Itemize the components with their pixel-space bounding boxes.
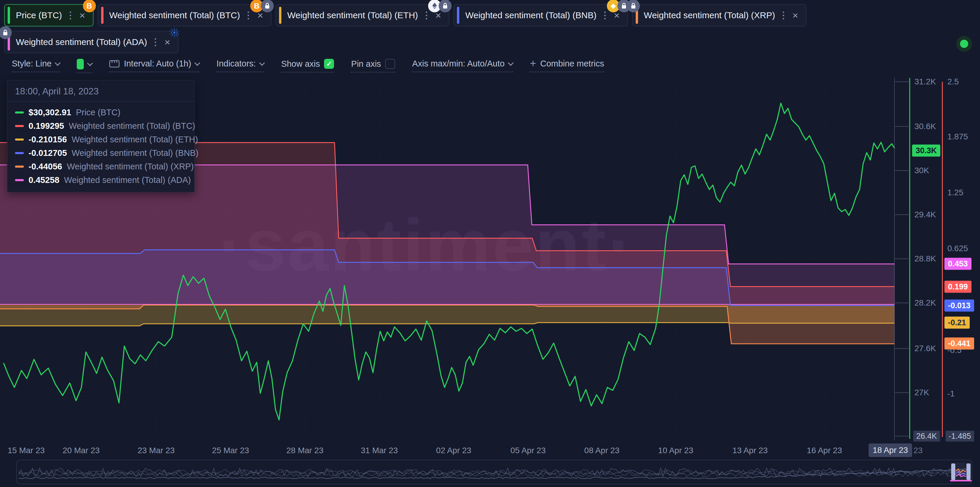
x-axis-tick-label: 10 Apr 23 <box>658 446 693 455</box>
style-selector[interactable]: Style: Line <box>12 59 60 72</box>
series-value-badge: -0.441 <box>944 337 974 350</box>
timeline-navigator[interactable] <box>16 460 972 484</box>
price-axis-label: 28.2K <box>915 298 936 308</box>
series-value: 0.45258 <box>29 175 59 185</box>
tab-menu-icon[interactable] <box>603 10 608 21</box>
tooltip-series-row: $30,302.91Price (BTC) <box>15 108 187 117</box>
series-color-dash <box>15 166 24 168</box>
lock-icon <box>261 0 274 12</box>
tab-weighted-sentiment-total-eth-[interactable]: Weighted sentiment (Total) (ETH)× <box>275 4 449 27</box>
current-price-badge: 30.3K <box>912 145 940 157</box>
chart-tooltip: 18:00, April 18, 2023 $30,302.91Price (B… <box>7 80 195 193</box>
style-label: Style: Line <box>12 59 51 68</box>
pin-axis-toggle[interactable]: Pin axis <box>351 59 395 73</box>
interval-selector[interactable]: Interval: Auto (1h) <box>109 59 199 72</box>
interval-label: Interval: Auto (1h) <box>124 59 191 68</box>
series-label: Weighted sentiment (Total) (ETH) <box>72 135 198 145</box>
price-axis-label: 27K <box>915 388 929 397</box>
x-axis-tick-label: 08 Apr 23 <box>584 446 619 455</box>
tab-menu-icon[interactable] <box>246 10 251 21</box>
series-label: Weighted sentiment (Total) (BTC) <box>69 121 195 131</box>
tab-badges <box>1 26 12 39</box>
show-axis-toggle[interactable]: Show axis ✓ <box>281 59 334 73</box>
santiment-chart-app: ·santiment· Price (BTC)×BWeighted sentim… <box>0 0 980 487</box>
tab-weighted-sentiment-total-xrp-[interactable]: Weighted sentiment (Total) (XRP)× <box>632 4 807 27</box>
status-indicator-icon[interactable] <box>956 36 972 52</box>
tab-menu-icon[interactable] <box>424 10 429 21</box>
x-axis-tick-label: 02 Apr 23 <box>436 446 471 455</box>
series-color-dash <box>15 138 24 140</box>
sentiment-axis-label: 0.625 <box>947 244 968 253</box>
indicators-selector[interactable]: Indicators: <box>216 59 264 72</box>
plus-icon: + <box>530 59 536 68</box>
metric-tab-row-1: Price (BTC)×BWeighted sentiment (Total) … <box>4 4 807 27</box>
price-axis-label: 31.2K <box>915 77 936 86</box>
series-value: 0.199295 <box>29 121 64 131</box>
price-axis-label: 30.6K <box>915 122 936 131</box>
tab-close-icon[interactable]: × <box>792 10 799 20</box>
sentiment-axis-label: 1.25 <box>947 188 964 197</box>
sentiment-axis-label: -1 <box>947 389 955 398</box>
axis-maxmin-selector[interactable]: Axis max/min: Auto/Auto <box>412 59 513 72</box>
color-picker[interactable] <box>77 59 92 73</box>
tooltip-timestamp: 18:00, April 18, 2023 <box>7 80 194 102</box>
chevron-down-icon <box>55 60 61 66</box>
series-value-badge: 0.199 <box>944 281 972 293</box>
tab-weighted-sentiment-total-ada-[interactable]: Weighted sentiment (Total) (ADA)× <box>4 31 178 53</box>
chevron-down-icon <box>508 60 514 66</box>
axis-maxmin-label: Axis max/min: Auto/Auto <box>412 59 504 68</box>
sentiment-axis-label: 1.875 <box>947 132 968 142</box>
show-axis-checkbox[interactable]: ✓ <box>324 59 334 69</box>
series-color-dash <box>15 111 24 113</box>
chevron-down-icon <box>259 60 265 66</box>
series-value-badge: 0.453 <box>944 258 972 270</box>
tab-accent-bar <box>8 7 10 24</box>
tab-label: Weighted sentiment (Total) (BNB) <box>465 10 596 20</box>
price-axis-label: 30K <box>915 166 929 175</box>
chart-toolbar: Style: Line Interval: Auto (1h) Indicato… <box>12 59 604 73</box>
x-axis-tick-label: 20 Mar 23 <box>63 446 100 455</box>
series-label: Weighted sentiment (Total) (XRP) <box>67 162 194 172</box>
navigator-brush[interactable] <box>951 463 970 481</box>
tab-menu-icon[interactable] <box>68 10 73 21</box>
price-axis-label: 27.6K <box>915 344 936 353</box>
sentiment-axis-min-label: -1.485 <box>946 431 974 442</box>
series-color-dash <box>15 179 24 181</box>
x-axis-tick-label: 23 Mar 23 <box>138 446 175 455</box>
tab-close-icon[interactable]: × <box>79 10 86 20</box>
series-value: $30,302.91 <box>29 108 71 117</box>
bitcoin-icon: B <box>83 0 96 12</box>
series-value: -0.012705 <box>29 148 67 158</box>
pin-axis-checkbox[interactable] <box>385 59 395 69</box>
tab-label: Weighted sentiment (Total) (BTC) <box>110 10 240 20</box>
tab-badges <box>629 0 640 12</box>
tooltip-series-row: 0.45258Weighted sentiment (Total) (ADA) <box>15 175 187 185</box>
tab-badges: B <box>85 0 96 12</box>
series-value-badge: -0.013 <box>944 300 974 312</box>
tab-label: Weighted sentiment (Total) (XRP) <box>644 10 775 20</box>
sentiment-axis-label: 2.5 <box>947 77 959 86</box>
x-axis-tick-label: 15 Mar 23 <box>8 446 45 455</box>
combine-metrics-label: Combine metrics <box>540 59 604 68</box>
tab-badges: B <box>253 0 274 12</box>
color-swatch <box>77 59 84 69</box>
tab-menu-icon[interactable] <box>153 37 158 48</box>
x-axis-tick-label: 31 Mar 23 <box>361 446 398 455</box>
combine-metrics-button[interactable]: + Combine metrics <box>530 59 604 72</box>
chevron-down-icon <box>194 60 200 66</box>
x-axis-tick-label: 05 Apr 23 <box>511 446 546 455</box>
x-axis-tick-label: 28 Mar 23 <box>286 446 323 455</box>
lock-icon <box>627 0 640 12</box>
tab-accent-bar <box>457 7 459 24</box>
tooltip-series-row: -0.012705Weighted sentiment (Total) (BNB… <box>15 148 187 158</box>
brush-range-underline <box>950 480 972 481</box>
x-axis-tick-label: 13 Apr 23 <box>732 446 768 455</box>
price-axis-label: 28.8K <box>915 254 936 264</box>
tab-price-btc-[interactable]: Price (BTC)×B <box>4 4 94 27</box>
tab-weighted-sentiment-total-btc-[interactable]: Weighted sentiment (Total) (BTC)×B <box>98 4 271 27</box>
series-value: -0.44056 <box>29 162 62 172</box>
series-color-dash <box>15 152 24 154</box>
price-axis-min-label: 26.4K <box>913 431 940 442</box>
tab-menu-icon[interactable] <box>781 10 786 21</box>
tab-weighted-sentiment-total-bnb-[interactable]: Weighted sentiment (Total) (BNB)×◆ <box>453 4 628 27</box>
